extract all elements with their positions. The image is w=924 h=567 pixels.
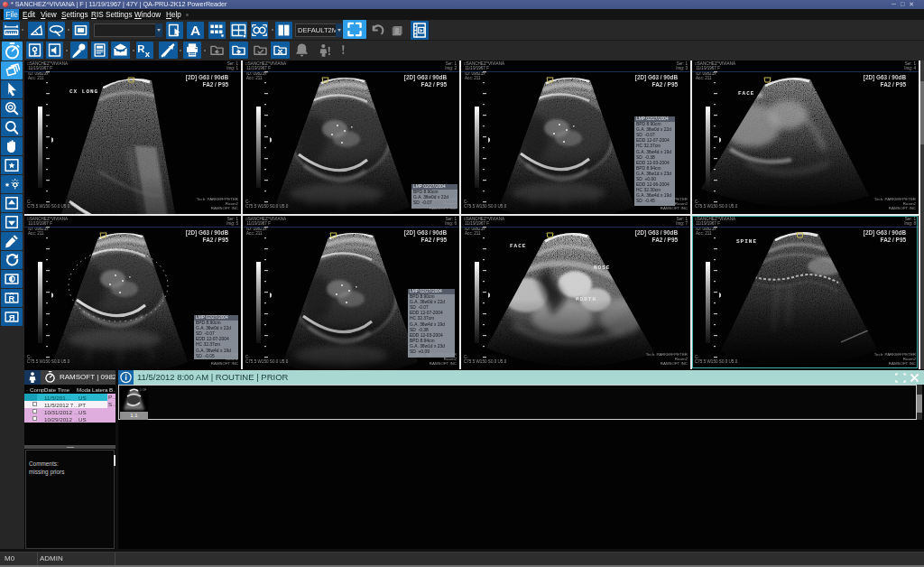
- svg-text:NOSE: NOSE: [594, 265, 610, 271]
- svg-text:1 OF: 1 OF: [140, 388, 146, 392]
- svg-text:MOUTH: MOUTH: [576, 296, 596, 302]
- svg-text:R: R: [137, 43, 144, 54]
- svg-text:A: A: [190, 23, 200, 38]
- svg-text:x: x: [145, 49, 151, 59]
- svg-text:R: R: [9, 293, 15, 302]
- svg-text:R: R: [8, 312, 14, 321]
